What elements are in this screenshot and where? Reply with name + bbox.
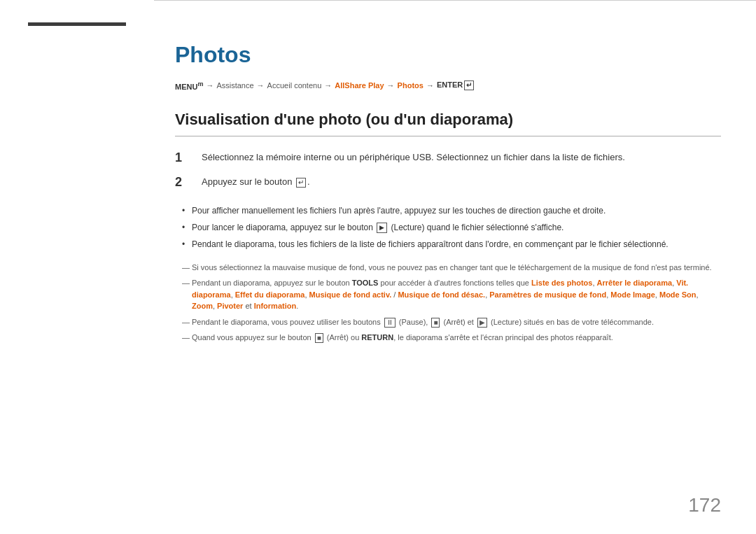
content-body: Photos MENUm → Assistance → Accueil cont…	[175, 42, 721, 344]
step-2-text: Appuyez sur le bouton ↵.	[202, 175, 721, 189]
step-1: 1 Sélectionnez la mémoire interne ou un …	[175, 150, 721, 166]
menu-item-assistance: Assistance	[216, 81, 253, 90]
step-2: 2 Appuyez sur le bouton ↵.	[175, 175, 721, 190]
menu-path: MENUm → Assistance → Accueil contenu → A…	[175, 80, 721, 91]
note-3: Pendant le diaporama, vous pouvez utilis…	[182, 316, 721, 328]
bullet-2: Pour lancer le diaporama, appuyez sur le…	[182, 221, 721, 234]
enter-icon: ↵	[296, 178, 306, 188]
main-content: Photos MENUm → Assistance → Accueil cont…	[154, 0, 756, 534]
top-divider	[154, 0, 756, 1]
steps-list: 1 Sélectionnez la mémoire interne ou un …	[175, 150, 721, 190]
note-4: Quand vous appuyez sur le bouton ■ (Arrê…	[182, 332, 721, 344]
menu-item-accueil: Accueil contenu	[267, 81, 322, 90]
note-1: Si vous sélectionnez la mauvaise musique…	[182, 262, 721, 274]
sidebar-top-bar	[28, 22, 126, 26]
section-title: Visualisation d'une photo (ou d'un diapo…	[175, 111, 721, 136]
step-2-number: 2	[175, 175, 196, 190]
page-container: Photos MENUm → Assistance → Accueil cont…	[0, 0, 756, 534]
note-2: Pendant un diaporama, appuyez sur le bou…	[182, 277, 721, 312]
menu-label: MENUm	[175, 80, 203, 91]
step-1-number: 1	[175, 150, 196, 166]
menu-enter: ENTER↵	[437, 80, 475, 90]
bullet-1: Pour afficher manuellement les fichiers …	[182, 204, 721, 217]
information-link: Information	[254, 302, 297, 310]
bullets-list: Pour afficher manuellement les fichiers …	[175, 204, 721, 251]
notes-section: Si vous sélectionnez la mauvaise musique…	[175, 262, 721, 344]
menu-item-photos: Photos	[398, 81, 424, 90]
page-number: 172	[688, 494, 721, 517]
page-title: Photos	[175, 42, 721, 68]
step-1-text: Sélectionnez la mémoire interne ou un pé…	[202, 150, 721, 164]
menu-item-allshare: AllShare Play	[335, 81, 384, 90]
bullet-3: Pendant le diaporama, tous les fichiers …	[182, 238, 721, 251]
play-icon: ▶	[377, 223, 387, 234]
left-sidebar	[0, 0, 154, 534]
